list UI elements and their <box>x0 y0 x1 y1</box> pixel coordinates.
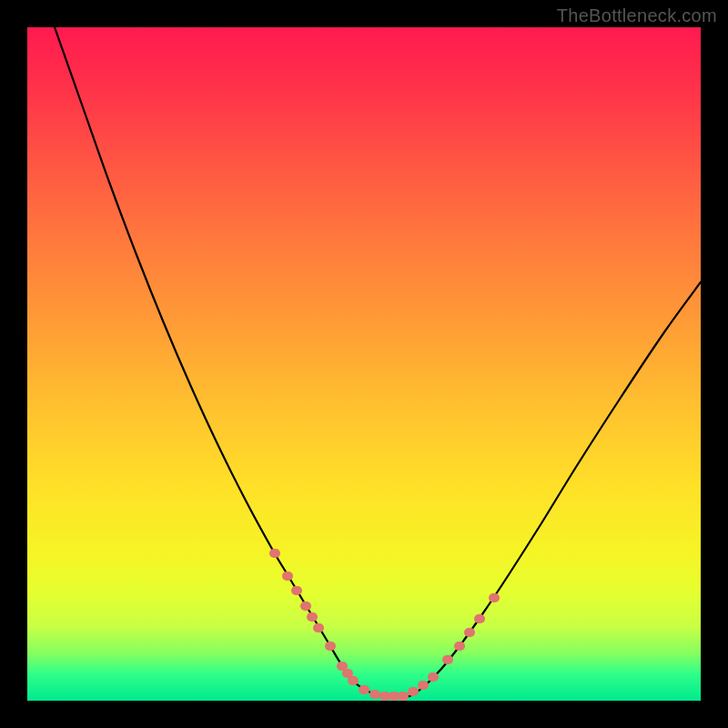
curve-marker <box>307 612 318 622</box>
curve-marker <box>359 685 369 694</box>
curve-marker <box>454 642 465 651</box>
curve-marker <box>325 642 336 651</box>
curve-svg <box>27 27 701 701</box>
curve-marker <box>300 602 311 611</box>
curve-marker <box>442 655 453 664</box>
curve-marker <box>269 549 280 558</box>
chart-frame: TheBottleneck.com <box>0 0 728 728</box>
curve-marker <box>408 687 419 696</box>
curve-marker <box>398 692 409 701</box>
curve-marker <box>464 628 475 637</box>
curve-markers <box>269 549 500 701</box>
plot-area <box>27 27 701 701</box>
curve-marker <box>282 571 293 581</box>
curve-marker <box>348 676 359 685</box>
curve-marker <box>418 681 429 690</box>
curve-marker <box>474 614 485 623</box>
curve-marker <box>489 593 500 602</box>
curve-marker <box>428 672 439 682</box>
curve-marker <box>291 586 302 595</box>
watermark-text: TheBottleneck.com <box>557 5 717 26</box>
bottleneck-curve <box>55 27 701 697</box>
curve-marker <box>369 690 380 699</box>
curve-marker <box>313 623 324 632</box>
